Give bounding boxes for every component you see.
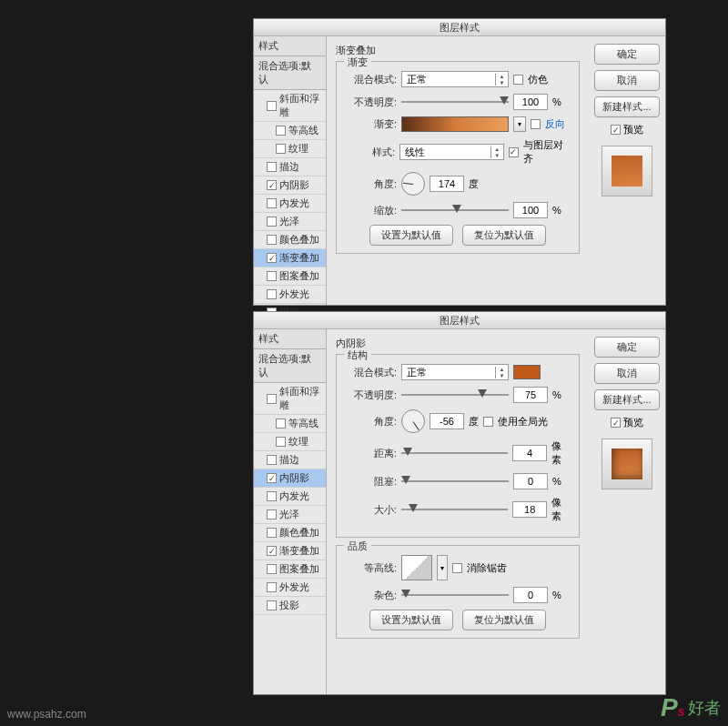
sidebar-checkbox[interactable] — [276, 144, 286, 154]
sidebar-item-2[interactable]: 纹理 — [254, 433, 326, 451]
angle-input[interactable]: -56 — [430, 413, 464, 429]
sidebar-checkbox[interactable] — [267, 289, 277, 299]
sidebar-checkbox[interactable] — [267, 217, 277, 227]
sidebar-checkbox[interactable] — [267, 546, 277, 556]
set-default-button[interactable]: 设置为默认值 — [369, 225, 453, 246]
sidebar-item-4[interactable]: 内阴影 — [254, 469, 326, 488]
angle-dial[interactable] — [401, 172, 425, 196]
sidebar-header-blend[interactable]: 混合选项:默认 — [254, 349, 326, 383]
sidebar-item-11[interactable]: 投影 — [254, 597, 326, 615]
gradient-swatch[interactable] — [401, 116, 509, 132]
align-checkbox[interactable] — [509, 147, 519, 157]
gradient-dropdown-button[interactable]: ▼ — [513, 116, 526, 132]
ok-button[interactable]: 确定 — [594, 337, 660, 358]
angle-dial[interactable] — [401, 409, 425, 433]
new-style-button[interactable]: 新建样式... — [594, 96, 660, 117]
noise-slider[interactable] — [401, 590, 509, 600]
new-style-button[interactable]: 新建样式... — [594, 389, 660, 410]
choke-slider[interactable] — [401, 476, 509, 487]
sidebar-header-blend[interactable]: 混合选项:默认 — [254, 56, 326, 90]
sidebar-item-8[interactable]: 渐变叠加 — [254, 542, 326, 560]
cancel-button[interactable]: 取消 — [594, 70, 660, 91]
blend-mode-select[interactable]: 正常 — [401, 71, 509, 87]
sidebar-checkbox[interactable] — [267, 394, 277, 404]
scale-input[interactable]: 100 — [513, 202, 548, 218]
cancel-button[interactable]: 取消 — [594, 363, 660, 384]
sidebar-checkbox[interactable] — [267, 235, 277, 245]
opacity-slider[interactable] — [401, 96, 509, 107]
sidebar-item-10[interactable]: 外发光 — [254, 286, 326, 304]
sidebar-item-7[interactable]: 颜色叠加 — [254, 231, 326, 249]
align-label: 与图层对齐 — [523, 138, 571, 166]
opacity-input[interactable]: 75 — [513, 387, 548, 403]
sidebar-checkbox[interactable] — [267, 180, 277, 190]
dither-checkbox[interactable] — [513, 75, 523, 85]
right-column: 确定 取消 新建样式... 预览 — [589, 36, 665, 305]
sidebar-item-7[interactable]: 颜色叠加 — [254, 524, 326, 542]
style-label: 样式: — [344, 146, 395, 159]
distance-slider[interactable] — [401, 448, 509, 459]
opacity-input[interactable]: 100 — [513, 94, 548, 110]
sidebar-checkbox[interactable] — [267, 253, 277, 263]
shadow-color-swatch[interactable] — [513, 365, 541, 379]
sidebar-checkbox[interactable] — [267, 198, 277, 208]
sidebar-item-10[interactable]: 外发光 — [254, 579, 326, 597]
sidebar-checkbox[interactable] — [276, 126, 286, 136]
choke-input[interactable]: 0 — [513, 473, 548, 489]
set-default-button[interactable]: 设置为默认值 — [369, 610, 453, 630]
sidebar-checkbox[interactable] — [276, 418, 286, 429]
style-select[interactable]: 线性 — [399, 144, 503, 160]
sidebar-item-6[interactable]: 光泽 — [254, 213, 326, 231]
sidebar-checkbox[interactable] — [267, 491, 277, 501]
noise-input[interactable]: 0 — [513, 587, 548, 603]
sidebar-checkbox[interactable] — [267, 600, 277, 610]
sidebar-item-0[interactable]: 斜面和浮雕 — [254, 90, 326, 122]
sidebar-header-styles[interactable]: 样式 — [254, 36, 326, 56]
distance-input[interactable]: 4 — [512, 445, 547, 461]
sidebar-item-0[interactable]: 斜面和浮雕 — [254, 383, 326, 415]
sidebar-item-2[interactable]: 纹理 — [254, 140, 326, 158]
reset-default-button[interactable]: 复位为默认值 — [462, 610, 546, 630]
antialias-checkbox[interactable] — [452, 563, 462, 573]
sidebar-item-1[interactable]: 等高线 — [254, 415, 326, 433]
sidebar-checkbox[interactable] — [267, 162, 277, 172]
sidebar-item-9[interactable]: 图案叠加 — [254, 560, 326, 579]
sidebar-item-label: 斜面和浮雕 — [279, 92, 322, 119]
angle-input[interactable]: 174 — [430, 176, 464, 192]
global-light-checkbox[interactable] — [483, 417, 493, 427]
sidebar-checkbox[interactable] — [267, 564, 277, 574]
preview-checkbox[interactable] — [611, 125, 621, 135]
sidebar-item-9[interactable]: 图案叠加 — [254, 267, 326, 286]
titlebar[interactable]: 图层样式 — [254, 312, 665, 329]
sidebar-checkbox[interactable] — [267, 271, 277, 281]
sidebar-checkbox[interactable] — [267, 455, 277, 465]
reverse-checkbox[interactable] — [531, 119, 541, 129]
sidebar-item-8[interactable]: 渐变叠加 — [254, 249, 326, 267]
titlebar[interactable]: 图层样式 — [254, 19, 665, 36]
fieldset-legend: 渐变 — [344, 55, 371, 69]
sidebar-checkbox[interactable] — [276, 437, 286, 447]
sidebar-item-5[interactable]: 内发光 — [254, 195, 326, 213]
ok-button[interactable]: 确定 — [594, 44, 660, 65]
size-input[interactable]: 18 — [512, 501, 547, 518]
blend-mode-select[interactable]: 正常 — [401, 364, 509, 380]
sidebar-checkbox[interactable] — [267, 528, 277, 538]
sidebar-item-3[interactable]: 描边 — [254, 451, 326, 469]
size-slider[interactable] — [401, 504, 509, 515]
scale-slider[interactable] — [401, 205, 509, 216]
reset-default-button[interactable]: 复位为默认值 — [462, 225, 546, 246]
contour-dropdown-button[interactable]: ▼ — [437, 555, 448, 580]
sidebar-checkbox[interactable] — [267, 582, 277, 592]
sidebar-item-5[interactable]: 内发光 — [254, 488, 326, 506]
opacity-slider[interactable] — [401, 389, 509, 400]
sidebar-checkbox[interactable] — [267, 473, 277, 483]
preview-checkbox[interactable] — [611, 418, 621, 428]
sidebar-item-4[interactable]: 内阴影 — [254, 176, 326, 195]
sidebar-item-6[interactable]: 光泽 — [254, 506, 326, 524]
sidebar-checkbox[interactable] — [267, 509, 277, 519]
sidebar-item-1[interactable]: 等高线 — [254, 122, 326, 140]
sidebar-checkbox[interactable] — [267, 101, 277, 111]
sidebar-header-styles[interactable]: 样式 — [254, 329, 326, 349]
sidebar-item-3[interactable]: 描边 — [254, 158, 326, 176]
contour-swatch[interactable] — [401, 555, 432, 580]
